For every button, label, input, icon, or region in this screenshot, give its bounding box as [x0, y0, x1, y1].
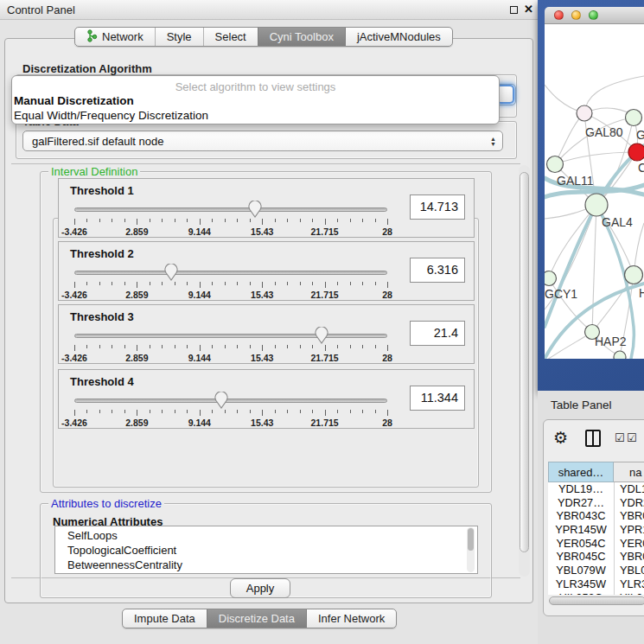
network-node[interactable] — [585, 194, 608, 216]
table-row[interactable]: YER054CYER0 — [548, 537, 644, 551]
tab-select[interactable]: Select — [203, 28, 258, 46]
tab-impute-data[interactable]: Impute Data — [123, 609, 207, 628]
node-label: GAL4 — [602, 215, 633, 229]
table-row[interactable]: YDR27…YDR2 — [548, 496, 644, 510]
table-toolbar: ⚙ ☑ ☑ — [544, 420, 644, 458]
network-node[interactable] — [628, 143, 644, 161]
table-row[interactable]: YBR045CYBR0 — [548, 550, 644, 564]
apply-button[interactable]: Apply — [230, 578, 290, 598]
threshold-slider[interactable]: -3.4262.8599.14415.4321.71528 — [74, 391, 387, 429]
table-body[interactable]: YDL19…YDL1YDR27…YDR2YBR043CYBR0YPR145WYP… — [548, 482, 644, 595]
cell-shared-name: YPR145W — [548, 523, 614, 537]
table-row[interactable]: YPR145WYPR1 — [548, 523, 644, 537]
algorithm-option[interactable]: Manual Discretization — [12, 93, 499, 108]
slider-tick — [99, 219, 100, 222]
threshold-value-field[interactable]: 11.344 — [410, 386, 465, 411]
slider-tick — [262, 345, 263, 351]
slider-track[interactable] — [74, 207, 387, 212]
attributes-list-scrollbar[interactable] — [467, 527, 475, 572]
network-window-titlebar — [545, 7, 644, 24]
slider-tick — [275, 219, 276, 222]
tab-discretize-data[interactable]: Discretize Data — [207, 609, 306, 628]
attribute-list-item[interactable]: BetweennessCentrality — [67, 558, 477, 572]
close-icon[interactable]: ✕ — [524, 3, 533, 16]
network-node[interactable] — [625, 266, 643, 284]
table-row[interactable]: YDL19…YDL1 — [548, 482, 644, 496]
select-all-checkbox-icon[interactable]: ☑ — [615, 432, 625, 443]
slider-tick-label: -3.426 — [61, 226, 87, 237]
slider-tick — [112, 410, 112, 413]
slider-tick — [200, 410, 201, 416]
cell-shared-name: YDL19… — [548, 482, 614, 496]
slider-tick — [287, 282, 288, 285]
slider-tick — [200, 345, 201, 351]
slider-tick-label: -3.426 — [61, 353, 87, 363]
threshold-slider[interactable]: -3.4262.8599.14415.4321.71528 — [74, 326, 387, 364]
algorithm-placeholder-option[interactable]: Select algorithm to view settings — [12, 80, 499, 93]
network-canvas[interactable]: GAL80GACGAL11GAL4GCY1HHAP2 — [545, 24, 644, 359]
slider-tick-label: 28 — [382, 418, 392, 428]
slider-track[interactable] — [74, 334, 387, 338]
slider-thumb-icon[interactable] — [214, 392, 228, 409]
cell-shared-name: YBR045C — [548, 550, 614, 564]
network-node[interactable] — [577, 105, 592, 121]
slider-track[interactable] — [74, 271, 387, 275]
network-node[interactable] — [626, 110, 642, 126]
slider-tick — [250, 410, 251, 413]
slider-tick — [287, 219, 288, 222]
slider-tick-label: -3.426 — [61, 418, 87, 428]
slider-tick — [300, 410, 301, 413]
algorithm-option[interactable]: Equal Width/Frequency Discretization — [12, 108, 499, 123]
slider-tick — [162, 219, 163, 222]
threshold-value-field[interactable]: 6.316 — [410, 258, 465, 283]
slider-thumb-icon[interactable] — [164, 264, 178, 281]
tab-cyni-toolbox[interactable]: Cyni Toolbox — [258, 28, 345, 46]
table-data-combobox[interactable]: galFiltered.sif default node ▲▼ — [22, 131, 503, 151]
slider-tick — [387, 345, 388, 351]
tab-infer-network[interactable]: Infer Network — [306, 609, 396, 628]
slider-tick — [237, 219, 238, 222]
slider-tick — [337, 282, 338, 285]
split-columns-icon[interactable] — [585, 430, 601, 447]
slider-tick — [312, 219, 313, 222]
network-node[interactable] — [547, 156, 564, 173]
threshold-value-field[interactable]: 21.4 — [410, 321, 465, 346]
attribute-list-item[interactable]: TopologicalCoefficient — [67, 543, 477, 558]
slider-tick-label: 28 — [382, 226, 392, 237]
tab-label: Discretize Data — [219, 612, 295, 625]
table-row[interactable]: YLR345WYLR3 — [548, 577, 644, 591]
slider-tick — [112, 345, 112, 348]
attribute-list-item[interactable]: SelfLoops — [67, 528, 477, 543]
column-header-shared-name[interactable]: shared… — [548, 462, 614, 482]
threshold-slider[interactable]: -3.4262.8599.14415.4321.71528 — [74, 263, 387, 301]
slider-tick-label: -3.426 — [61, 290, 87, 300]
cell-shared-name: YER054C — [548, 537, 614, 551]
close-traffic-light-icon[interactable] — [554, 10, 564, 20]
slider-track[interactable] — [74, 399, 387, 403]
threshold-panel: Threshold 3-3.4262.8599.14415.4321.71528… — [58, 304, 475, 364]
zoom-traffic-light-icon[interactable] — [589, 10, 598, 20]
threshold-value-field[interactable]: 14.713 — [410, 194, 465, 220]
network-node[interactable] — [614, 351, 626, 359]
numerical-attributes-list[interactable]: SelfLoopsTopologicalCoefficientBetweenne… — [54, 526, 478, 574]
slider-thumb-icon[interactable] — [315, 327, 328, 344]
table-row[interactable]: YBL079WYBL0 — [548, 564, 644, 577]
slider-tick — [74, 410, 75, 416]
network-node[interactable] — [545, 271, 557, 286]
settings-scrollbar[interactable] — [519, 165, 530, 577]
tab-style[interactable]: Style — [155, 28, 203, 46]
slider-thumb-icon[interactable] — [248, 201, 262, 218]
table-row[interactable]: YIL052CYIL0 — [548, 591, 644, 596]
slider-tick-label: 2.859 — [125, 226, 148, 237]
table-horizontal-scrollbar[interactable] — [549, 596, 644, 606]
tab-network[interactable]: Network — [75, 28, 155, 46]
table-row[interactable]: YBR043CYBR0 — [548, 509, 644, 523]
float-window-icon[interactable] — [510, 6, 518, 14]
select-none-checkbox-icon[interactable]: ☑ — [627, 432, 637, 443]
minimize-traffic-light-icon[interactable] — [571, 10, 581, 20]
control-panel-tabs: NetworkStyleSelectCyni ToolboxjActiveMNo… — [74, 27, 453, 47]
gear-icon[interactable]: ⚙ — [553, 430, 568, 446]
tab-jactivemnodules[interactable]: jActiveMNodules — [345, 28, 452, 46]
threshold-slider[interactable]: -3.4262.8599.14415.4321.71528 — [74, 200, 387, 238]
column-header-name[interactable]: na — [614, 462, 644, 482]
